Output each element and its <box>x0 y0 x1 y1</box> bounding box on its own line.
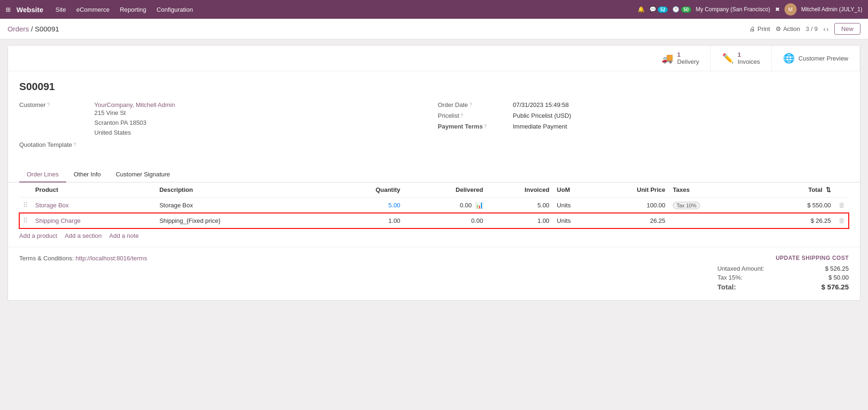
terms-link[interactable]: http://localhost:8016/terms <box>76 255 147 262</box>
quantity-row2[interactable]: 1.00 <box>388 217 400 224</box>
order-number: S00091 <box>19 81 849 93</box>
total-value: $ 576.25 <box>822 283 849 291</box>
uom-row1: Units <box>557 202 571 209</box>
messages-icon[interactable]: 💬 52 <box>649 6 668 13</box>
customer-field: Customer ? YourCompany, Mitchell Admin 2… <box>19 101 430 137</box>
untaxed-label: Untaxed Amount: <box>717 265 764 272</box>
new-button[interactable]: New <box>834 23 860 35</box>
chart-icon-row1[interactable]: 📊 <box>475 201 483 209</box>
main-content: 🚚 1 Delivery ✏️ 1 Invoices 🌐 Customer Pr… <box>0 39 868 312</box>
invoices-smart-button[interactable]: ✏️ 1 Invoices <box>711 46 772 71</box>
uom-row2: Units <box>557 217 571 224</box>
col-header-uom: UoM <box>553 182 603 197</box>
add-section-link[interactable]: Add a section <box>65 232 102 239</box>
menu-reporting[interactable]: Reporting <box>115 4 151 15</box>
customer-name-link[interactable]: YourCompany, Mitchell Admin <box>94 101 175 108</box>
description-row1: Storage Box <box>160 202 193 209</box>
address-line3: United States <box>94 128 175 138</box>
delete-row2-icon[interactable]: 🗑 <box>838 217 845 224</box>
totals-section: UPDATE SHIPPING COST Untaxed Amount: $ 5… <box>717 255 849 293</box>
order-date-field: Order Date ? 07/31/2023 15:49:58 <box>438 101 849 108</box>
avatar[interactable]: M <box>784 3 797 15</box>
bottom-section: Terms & Conditions: http://localhost:801… <box>8 247 860 300</box>
tab-customer-signature[interactable]: Customer Signature <box>108 167 178 182</box>
apps-menu-button[interactable]: ⊞ <box>6 6 11 13</box>
customer-preview-smart-button[interactable]: 🌐 Customer Preview <box>772 46 860 71</box>
delivery-smart-button[interactable]: 🚚 1 Delivery <box>650 46 711 71</box>
customer-preview-label: Customer Preview <box>799 55 848 62</box>
menu-ecommerce[interactable]: eCommerce <box>72 4 114 15</box>
order-date-value: 07/31/2023 15:49:58 <box>513 101 569 108</box>
quotation-help-icon: ? <box>74 142 76 147</box>
add-note-link[interactable]: Add a note <box>109 232 139 239</box>
total-label: Total: <box>717 283 736 291</box>
delivered-row1: 0.00 <box>460 202 472 209</box>
table-row: ⠿ Storage Box Storage Box 5.00 0.00 📊 <box>19 197 849 213</box>
table-row: ⠿ Shipping Charge Shipping_{Fixed price}… <box>19 213 849 228</box>
quantity-row1[interactable]: 5.00 <box>388 202 400 209</box>
brand-label: Website <box>16 6 43 14</box>
top-navigation: ⊞ Website Site eCommerce Reporting Confi… <box>0 0 868 19</box>
tab-order-lines[interactable]: Order Lines <box>19 167 66 182</box>
total-row: Total: $ 576.25 <box>717 283 849 291</box>
tax-row: Tax 15%: $ 50.00 <box>717 274 849 281</box>
add-product-link[interactable]: Add a product <box>19 232 57 239</box>
form-right-section: Order Date ? 07/31/2023 15:49:58 Priceli… <box>438 101 849 152</box>
globe-icon: 🌐 <box>783 53 795 64</box>
unit-price-row2: 26.25 <box>650 217 665 224</box>
col-header-description: Description <box>156 182 321 197</box>
tax-value: $ 50.00 <box>829 274 849 281</box>
menu-configuration[interactable]: Configuration <box>152 4 198 15</box>
payment-terms-value: Immediate Payment <box>513 123 567 130</box>
col-header-total: Total ⇅ <box>752 182 835 197</box>
next-button[interactable]: › <box>826 25 829 33</box>
address-line2: Scranton PA 18503 <box>94 118 175 128</box>
order-lines-table-container: Product Description Quantity Delivered I <box>8 182 860 228</box>
menu-site[interactable]: Site <box>51 4 70 15</box>
delivery-label: Delivery <box>677 58 699 65</box>
col-header-invoiced: Invoiced <box>487 182 553 197</box>
smart-buttons-bar: 🚚 1 Delivery ✏️ 1 Invoices 🌐 Customer Pr… <box>8 46 860 71</box>
print-button[interactable]: 🖨 Print <box>749 25 770 32</box>
settings-icon[interactable]: ✖ <box>775 6 780 13</box>
payment-terms-field: Payment Terms ? Immediate Payment <box>438 123 849 130</box>
tax-label: Tax 15%: <box>717 274 742 281</box>
update-shipping-button[interactable]: UPDATE SHIPPING COST <box>776 255 849 261</box>
drag-handle-row2[interactable]: ⠿ <box>23 217 28 224</box>
total-row2: $ 26.25 <box>811 217 831 224</box>
unit-price-row1: 100.00 <box>647 202 665 209</box>
order-date-help-icon: ? <box>469 102 472 107</box>
col-header-delivered: Delivered <box>404 182 487 197</box>
secondary-navigation: Orders / S00091 🖨 Print ⚙ Action 3 / 9 ‹… <box>0 19 868 39</box>
notifications-icon[interactable]: 🔔 <box>638 6 645 13</box>
col-header-taxes: Taxes <box>669 182 752 197</box>
clock-badge: 50 <box>681 7 691 13</box>
quotation-template-field: Quotation Template ? <box>19 141 430 148</box>
invoiced-row2: 1.00 <box>538 217 549 224</box>
payment-terms-label: Payment Terms ? <box>438 123 513 130</box>
terms-section: Terms & Conditions: http://localhost:801… <box>19 255 147 262</box>
breadcrumb-parent[interactable]: Orders <box>8 25 29 33</box>
topnav-right-section: 🔔 💬 52 🕐 50 My Company (San Francisco) ✖… <box>638 3 862 15</box>
description-row2: Shipping_{Fixed price} <box>160 217 221 224</box>
pricelist-value: Public Pricelist (USD) <box>513 112 571 119</box>
col-header-quantity: Quantity <box>321 182 404 197</box>
user-name: Mitchell Admin (JULY_1) <box>801 6 863 13</box>
clock-icon[interactable]: 🕐 50 <box>672 6 691 13</box>
invoice-icon: ✏️ <box>722 53 734 64</box>
quotation-template-label: Quotation Template ? <box>19 141 94 148</box>
product-link-row1[interactable]: Storage Box <box>35 202 69 209</box>
product-link-row2[interactable]: Shipping Charge <box>35 217 81 224</box>
breadcrumb-current: S00091 <box>35 25 59 33</box>
untaxed-value: $ 526.25 <box>825 265 849 272</box>
tab-other-info[interactable]: Other Info <box>66 167 108 182</box>
breadcrumb: Orders / S00091 <box>8 25 749 33</box>
company-name[interactable]: My Company (San Francisco) <box>696 6 770 13</box>
invoiced-row1: 5.00 <box>538 202 549 209</box>
prev-button[interactable]: ‹ <box>823 25 826 33</box>
customer-help-icon: ? <box>47 102 50 107</box>
drag-handle-row1[interactable]: ⠿ <box>23 201 28 209</box>
action-button[interactable]: ⚙ Action <box>776 25 800 32</box>
pricelist-field: Pricelist ? Public Pricelist (USD) <box>438 112 849 119</box>
delete-row1-icon[interactable]: 🗑 <box>838 201 845 209</box>
